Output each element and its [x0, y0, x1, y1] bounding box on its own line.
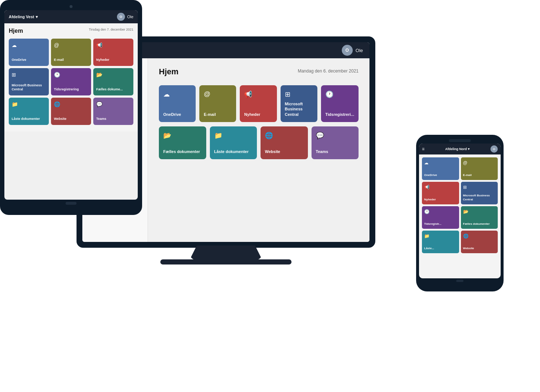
- phone-tiles-row2: 📢 Nyheder ⊞ Microsoft Business Central: [422, 182, 498, 204]
- tablet-titlebar: Afdeling Vest ▾ O Ole: [4, 10, 138, 23]
- tablet-tiles-row1: ☁ OneDrive @ E-mail 📢 Nyheder: [9, 39, 133, 66]
- tablet-content: Hjem Tirsdag den 7. december 2021 ☁ OneD…: [4, 23, 138, 132]
- cloud-icon: ☁: [424, 160, 457, 165]
- tablet-tiles-row2: ⊞ Microsoft Business Central 🕐 Tidsregis…: [9, 68, 133, 95]
- laptop-page-title: Hjem: [159, 67, 179, 77]
- tablet-app-name: Afdeling Vest ▾: [9, 15, 38, 19]
- tablet-camera: [70, 5, 73, 8]
- phone-tile-faelles[interactable]: 📂 Fælles dokumenter: [461, 206, 498, 229]
- phone-tile-mbc[interactable]: ⊞ Microsoft Business Central: [461, 182, 498, 204]
- clock-icon: 🕐: [325, 90, 354, 98]
- laptop-tile-email[interactable]: @ E-mail: [199, 85, 236, 122]
- phone-screen: ≡ Afdeling Nord ▾ O ☁ OneDrive @ E: [419, 144, 501, 278]
- grid-icon: ⊞: [285, 90, 313, 98]
- laptop-tile-website[interactable]: 🌐 Website: [261, 126, 308, 159]
- email-icon: @: [204, 90, 232, 98]
- phone-home-button[interactable]: [456, 280, 463, 282]
- tablet-home-button[interactable]: [66, 202, 77, 205]
- phone-tiles-row1: ☁ OneDrive @ E-mail: [422, 157, 498, 180]
- laptop-base: [160, 259, 291, 264]
- phone-tile-email[interactable]: @ E-mail: [461, 157, 498, 180]
- laptop-tile-teams[interactable]: 💬 Teams: [312, 126, 359, 159]
- tablet-main-header: Hjem Tirsdag den 7. december 2021: [9, 28, 133, 34]
- tablet-tile-nyheder[interactable]: 📢 Nyheder: [93, 39, 133, 66]
- tablet-tiles-row3: 📁 Låste dokumenter 🌐 Website 💬 Teams: [9, 98, 133, 125]
- tablet-tile-website[interactable]: 🌐 Website: [51, 98, 91, 125]
- phone-app-name: Afdeling Nord ▾: [445, 147, 470, 151]
- phone-tile-nyheder[interactable]: 📢 Nyheder: [422, 182, 459, 204]
- laptop-tile-mbc[interactable]: ⊞ Microsoft Business Central: [281, 85, 317, 122]
- tablet-tile-teams[interactable]: 💬 Teams: [93, 98, 133, 125]
- folder-icon: 📁: [424, 234, 457, 239]
- phone-content: ☁ OneDrive @ E-mail 📢 Nyheder ⊞: [419, 154, 501, 258]
- chat-icon: 💬: [316, 132, 355, 140]
- laptop-date: Mandag den 6. december 2021: [298, 68, 359, 74]
- phone-tile-tidsreg[interactable]: 🕐 Tidsregistr...: [422, 206, 459, 229]
- laptop-tile-laaste[interactable]: 📁 Låste dokumenter: [210, 126, 257, 159]
- tablet-date: Tirsdag den 7. december 2021: [89, 28, 133, 31]
- tablet-tile-email[interactable]: @ E-mail: [51, 39, 91, 66]
- tablet-tile-laaste[interactable]: 📁 Låste dokumenter: [9, 98, 49, 125]
- globe-icon: 🌐: [54, 101, 88, 107]
- globe-icon: 🌐: [463, 234, 496, 239]
- tablet-tile-faelles[interactable]: 📂 Fælles dokume...: [93, 68, 133, 95]
- folder-open-icon: 📂: [163, 132, 202, 140]
- tablet-user-area: O Ole: [117, 13, 133, 21]
- chevron-icon: ▾: [36, 15, 38, 19]
- globe-icon: 🌐: [265, 132, 304, 140]
- folder-icon: 📁: [12, 101, 46, 107]
- clock-icon: 🕐: [424, 209, 457, 214]
- tablet-tile-onedrive[interactable]: ☁ OneDrive: [9, 39, 49, 66]
- laptop-tile-onedrive[interactable]: ☁ OneDrive: [159, 85, 196, 122]
- tablet-tile-tidsreg[interactable]: 🕐 Tidsregistrering: [51, 68, 91, 95]
- phone-bezel: ≡ Afdeling Nord ▾ O ☁ OneDrive @ E: [416, 135, 504, 291]
- phone-tile-website[interactable]: 🌐 Website: [461, 231, 498, 253]
- laptop-main: Hjem Mandag den 6. december 2021 ☁ OneDr…: [148, 58, 369, 242]
- megaphone-icon: 📢: [244, 90, 272, 98]
- phone-avatar: O: [490, 145, 498, 153]
- megaphone-icon: 📢: [96, 42, 130, 48]
- tablet-page-title: Hjem: [9, 28, 23, 34]
- tablet-screen: Afdeling Vest ▾ O Ole Hjem Tirsdag den 7…: [4, 10, 138, 200]
- laptop-user-area: O Ole: [342, 45, 363, 56]
- laptop-tile-nyheder[interactable]: 📢 Nyheder: [240, 85, 277, 122]
- tablet-bezel: Afdeling Vest ▾ O Ole Hjem Tirsdag den 7…: [0, 0, 142, 215]
- folder-open-icon: 📂: [463, 209, 496, 214]
- megaphone-icon: 📢: [424, 185, 457, 190]
- phone-device: ≡ Afdeling Nord ▾ O ☁ OneDrive @ E: [416, 135, 504, 291]
- laptop-tiles-row1: ☁ OneDrive @ E-mail 📢 Nyheder ⊞: [159, 85, 359, 122]
- grid-icon: ⊞: [12, 72, 46, 78]
- laptop-avatar: O: [342, 45, 353, 56]
- tablet-tile-mbc[interactable]: ⊞ Microsoft Business Central: [9, 68, 49, 95]
- laptop-stand: [189, 246, 262, 260]
- laptop-tile-tidsreg[interactable]: 🕐 Tidsregistreri...: [321, 85, 359, 122]
- tablet-device: Afdeling Vest ▾ O Ole Hjem Tirsdag den 7…: [0, 0, 146, 219]
- grid-icon: ⊞: [463, 185, 496, 190]
- cloud-icon: ☁: [12, 42, 46, 48]
- phone-tile-laaste[interactable]: 📁 Låste...: [422, 231, 459, 253]
- hamburger-icon[interactable]: ≡: [422, 146, 424, 152]
- tablet-avatar: O: [117, 13, 125, 21]
- phone-tile-onedrive[interactable]: ☁ OneDrive: [422, 157, 459, 180]
- phone-tiles-row4: 📁 Låste... 🌐 Website: [422, 231, 498, 253]
- clock-icon: 🕐: [54, 72, 88, 78]
- laptop-tiles-row2: 📂 Fælles dokumenter 📁 Låste dokumenter 🌐…: [159, 126, 359, 159]
- folder-open-icon: 📂: [96, 72, 130, 78]
- chat-icon: 💬: [96, 101, 130, 107]
- chevron-icon: ▾: [468, 147, 470, 151]
- phone-titlebar: ≡ Afdeling Nord ▾ O: [419, 144, 501, 154]
- email-icon: @: [463, 160, 496, 165]
- email-icon: @: [54, 42, 88, 48]
- laptop-tile-faelles[interactable]: 📂 Fælles dokumenter: [159, 126, 206, 159]
- phone-tiles-row3: 🕐 Tidsregistr... 📂 Fælles dokumenter: [422, 206, 498, 229]
- laptop-main-header: Hjem Mandag den 6. december 2021: [159, 67, 359, 77]
- folder-icon: 📁: [214, 132, 253, 140]
- phone-notch: [449, 139, 471, 142]
- cloud-icon: ☁: [163, 90, 191, 98]
